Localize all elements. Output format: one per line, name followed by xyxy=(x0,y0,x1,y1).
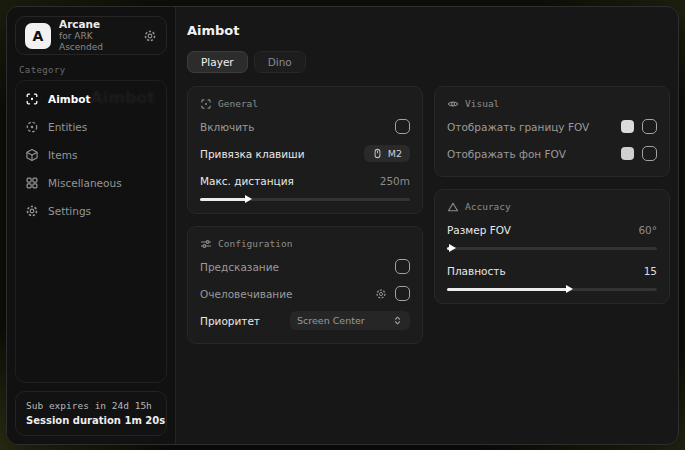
mouse-icon xyxy=(372,148,383,159)
distance-slider[interactable] xyxy=(200,198,410,201)
setting-label: Предсказание xyxy=(200,261,279,273)
sliders-icon xyxy=(200,238,212,250)
panel-configuration: Configuration Предсказание Очеловечивани… xyxy=(187,226,423,344)
session-duration-text: Session duration 1m 20s xyxy=(26,413,156,428)
tab-dino[interactable]: Dino xyxy=(254,51,306,73)
eye-icon xyxy=(447,98,459,110)
sidebar-item-entities[interactable]: Entities xyxy=(25,117,157,137)
category-label: Category xyxy=(19,65,163,75)
setting-label: Отображать фон FOV xyxy=(447,148,566,160)
panel-title: Accuracy xyxy=(465,201,511,212)
setting-row-enable: Включить xyxy=(200,116,410,137)
smoothness-value: 15 xyxy=(644,265,657,277)
crosshair-icon xyxy=(200,98,212,110)
gear-icon[interactable] xyxy=(375,288,387,300)
sub-expires-text: Sub expires in 24d 15h xyxy=(26,399,156,413)
session-info-card: Sub expires in 24d 15h Session duration … xyxy=(15,391,167,436)
gear-icon[interactable] xyxy=(143,29,157,43)
package-icon xyxy=(25,148,39,162)
enable-checkbox[interactable] xyxy=(395,119,410,134)
prediction-checkbox[interactable] xyxy=(395,259,410,274)
sidebar-item-label: Aimbot xyxy=(48,93,90,105)
setting-label: Макс. дистанция xyxy=(200,175,294,187)
brand-card: A Arcane for ARK Ascended xyxy=(15,16,167,55)
left-column: General Включить Привязка клавиши xyxy=(187,86,423,344)
tab-player[interactable]: Player xyxy=(187,51,248,73)
sidebar-item-aimbot[interactable]: Aimbot Aimbot xyxy=(25,89,157,109)
fov-size-slider[interactable] xyxy=(447,247,657,250)
main-content: Aimbot Player Dino Gener xyxy=(176,7,679,444)
panel-configuration-header: Configuration xyxy=(200,237,410,250)
gear-icon xyxy=(25,204,39,218)
fov-size-value: 60° xyxy=(638,224,657,236)
humanize-checkbox[interactable] xyxy=(395,286,410,301)
panel-general-header: General xyxy=(200,97,410,110)
fov-border-color-swatch[interactable] xyxy=(621,120,634,133)
setting-row-prediction: Предсказание xyxy=(200,256,410,277)
panel-grid: General Включить Привязка клавиши xyxy=(187,86,670,344)
slider-fill xyxy=(447,247,450,250)
priority-dropdown[interactable]: Screen Center xyxy=(290,311,410,330)
tab-bar: Player Dino xyxy=(187,51,670,73)
panel-visual: Visual Отображать границу FOV Отображать… xyxy=(434,86,670,177)
setting-row-smoothness: Плавность 15 xyxy=(447,260,657,281)
sidebar-item-settings[interactable]: Settings xyxy=(25,201,157,221)
setting-label: Отображать границу FOV xyxy=(447,121,589,133)
setting-row-distance: Макс. дистанция 250m xyxy=(200,170,410,191)
sidebar-item-label: Items xyxy=(48,149,77,161)
app-subtitle: for ARK Ascended xyxy=(59,31,135,54)
sidebar-item-label: Miscellaneous xyxy=(48,177,122,189)
sidebar-item-label: Settings xyxy=(48,205,91,217)
fov-bg-controls xyxy=(621,146,657,161)
slider-thumb[interactable] xyxy=(449,244,456,252)
keybind-value: M2 xyxy=(388,148,402,159)
fov-border-checkbox[interactable] xyxy=(642,119,657,134)
priority-selected-value: Screen Center xyxy=(297,315,365,326)
setting-row-fov-border: Отображать границу FOV xyxy=(447,116,657,137)
app-logo: A xyxy=(25,23,51,49)
setting-label: Очеловечивание xyxy=(200,288,293,300)
sidebar-item-miscellaneous[interactable]: Miscellaneous xyxy=(25,173,157,193)
panel-title: Visual xyxy=(465,98,499,109)
triangle-icon xyxy=(447,201,459,213)
panel-accuracy-header: Accuracy xyxy=(447,200,657,213)
setting-row-keybind: Привязка клавиши M2 xyxy=(200,143,410,164)
setting-label: Привязка клавиши xyxy=(200,148,305,160)
grid-icon xyxy=(25,176,39,190)
slider-thumb[interactable] xyxy=(566,285,573,293)
panel-title: General xyxy=(218,98,258,109)
keybind-button[interactable]: M2 xyxy=(364,145,410,162)
fov-bg-color-swatch[interactable] xyxy=(621,147,634,160)
slider-thumb[interactable] xyxy=(245,195,252,203)
smoothness-slider[interactable] xyxy=(447,288,657,291)
setting-label: Приоритет xyxy=(200,315,260,327)
app-window: A Arcane for ARK Ascended Category xyxy=(6,6,679,445)
distance-value: 250m xyxy=(380,175,410,187)
radar-icon xyxy=(25,120,39,134)
fov-border-controls xyxy=(621,119,657,134)
setting-row-priority: Приоритет Screen Center xyxy=(200,310,410,331)
panel-title: Configuration xyxy=(218,238,292,249)
slider-fill xyxy=(200,198,246,201)
fov-bg-checkbox[interactable] xyxy=(642,146,657,161)
app-name: Arcane xyxy=(59,18,135,31)
setting-row-humanize: Очеловечивание xyxy=(200,283,410,304)
brand-text: Arcane for ARK Ascended xyxy=(59,18,135,54)
nav-ghost-decoration: Aimbot xyxy=(90,88,155,107)
setting-label: Размер FOV xyxy=(447,224,511,236)
crosshair-icon xyxy=(25,92,39,106)
setting-row-fov-bg: Отображать фон FOV xyxy=(447,143,657,164)
chevron-up-down-icon xyxy=(392,315,403,326)
right-column: Visual Отображать границу FOV Отображать… xyxy=(434,86,670,304)
sidebar: A Arcane for ARK Ascended Category xyxy=(7,7,176,444)
panel-accuracy: Accuracy Размер FOV 60° Плавность 15 xyxy=(434,189,670,304)
panel-visual-header: Visual xyxy=(447,97,657,110)
page-title: Aimbot xyxy=(187,23,670,38)
setting-label: Включить xyxy=(200,121,254,133)
setting-label: Плавность xyxy=(447,265,506,277)
panel-general: General Включить Привязка клавиши xyxy=(187,86,423,214)
sidebar-item-items[interactable]: Items xyxy=(25,145,157,165)
sidebar-item-label: Entities xyxy=(48,121,87,133)
humanize-controls xyxy=(375,286,410,301)
setting-row-fov-size: Размер FOV 60° xyxy=(447,219,657,240)
